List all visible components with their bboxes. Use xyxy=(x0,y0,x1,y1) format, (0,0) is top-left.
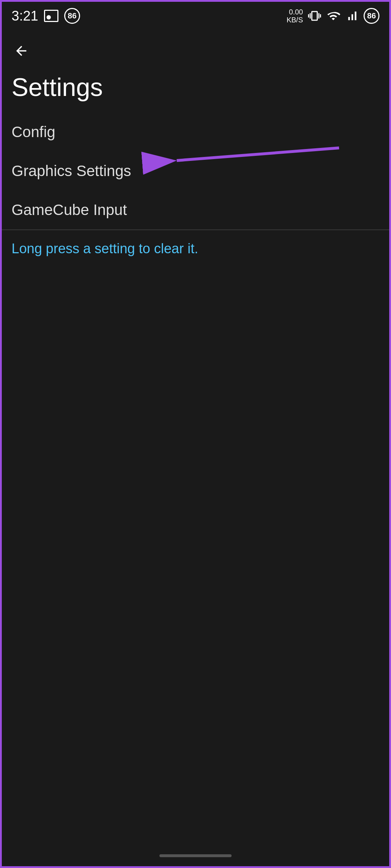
menu-item-graphics-settings[interactable]: Graphics Settings xyxy=(0,152,391,190)
status-bar-right: 0.00 KB/S 86 xyxy=(286,8,379,24)
back-button[interactable] xyxy=(10,40,32,62)
status-bar: 3:21 86 0.00 KB/S 86 xyxy=(0,0,391,29)
vibrate-icon xyxy=(308,9,321,22)
image-icon xyxy=(44,10,58,22)
menu-item-config[interactable]: Config xyxy=(0,113,391,152)
battery-badge-right: 86 xyxy=(364,8,379,24)
signal-icon xyxy=(346,9,359,22)
bottom-nav-indicator xyxy=(159,854,232,857)
status-bar-left: 3:21 86 xyxy=(12,8,80,24)
status-time: 3:21 xyxy=(12,8,38,24)
menu-list: Config Graphics Settings GameCube Input xyxy=(0,113,391,229)
info-text: Long press a setting to clear it. xyxy=(0,230,391,267)
wifi-icon xyxy=(326,9,341,22)
menu-item-gamecube-input[interactable]: GameCube Input xyxy=(0,190,391,229)
page-title: Settings xyxy=(0,66,391,113)
kb-speed: 0.00 KB/S xyxy=(286,8,303,24)
battery-badge-left: 86 xyxy=(64,8,80,24)
back-button-area xyxy=(0,29,391,66)
